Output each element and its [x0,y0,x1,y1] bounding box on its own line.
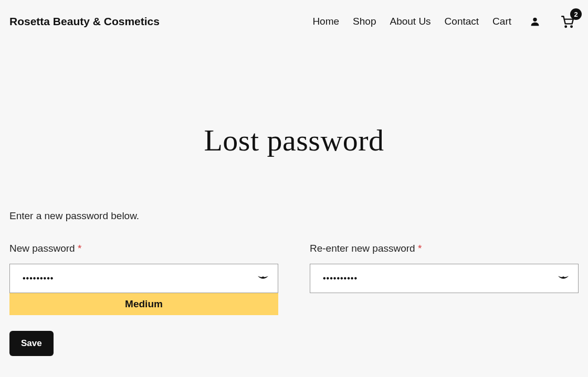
cart-button[interactable]: 2 [561,15,574,28]
password-strength-meter: Medium [9,293,278,315]
svg-point-2 [571,26,572,27]
account-icon[interactable] [529,16,541,27]
required-marker: * [78,243,81,254]
reset-password-form: Enter a new password below. New password… [0,210,588,356]
form-instructions: Enter a new password below. [9,210,579,222]
svg-point-3 [262,276,264,278]
page-title: Lost password [0,123,588,158]
confirm-password-column: Re-enter new password * [310,243,579,315]
nav-link-cart[interactable]: Cart [492,16,511,27]
new-password-label: New password * [9,243,278,254]
nav-link-about[interactable]: About Us [390,16,430,27]
label-text: Re-enter new password [310,243,418,254]
site-header: Rosetta Beauty & Cosmetics Home Shop Abo… [0,0,588,43]
nav-link-home[interactable]: Home [312,16,339,27]
new-password-column: New password * Medium [9,243,278,315]
primary-nav: Home Shop About Us Contact Cart 2 [312,15,579,28]
site-title[interactable]: Rosetta Beauty & Cosmetics [9,15,160,28]
svg-point-0 [533,18,537,21]
new-password-input[interactable] [9,264,278,293]
nav-link-contact[interactable]: Contact [445,16,479,27]
cart-count-badge: 2 [570,8,582,20]
svg-point-4 [562,276,564,278]
toggle-password-visibility-icon[interactable] [257,273,269,284]
svg-point-1 [565,26,566,27]
required-marker: * [418,243,422,254]
new-password-input-wrap [9,264,278,293]
confirm-password-label: Re-enter new password * [310,243,579,254]
toggle-password-visibility-icon[interactable] [558,273,569,284]
confirm-password-input-wrap [310,264,579,293]
label-text: New password [9,243,78,254]
nav-link-shop[interactable]: Shop [353,16,376,27]
form-row: New password * Medium Re-enter new passw… [9,243,579,315]
confirm-password-input[interactable] [310,264,579,293]
save-button[interactable]: Save [9,331,54,356]
